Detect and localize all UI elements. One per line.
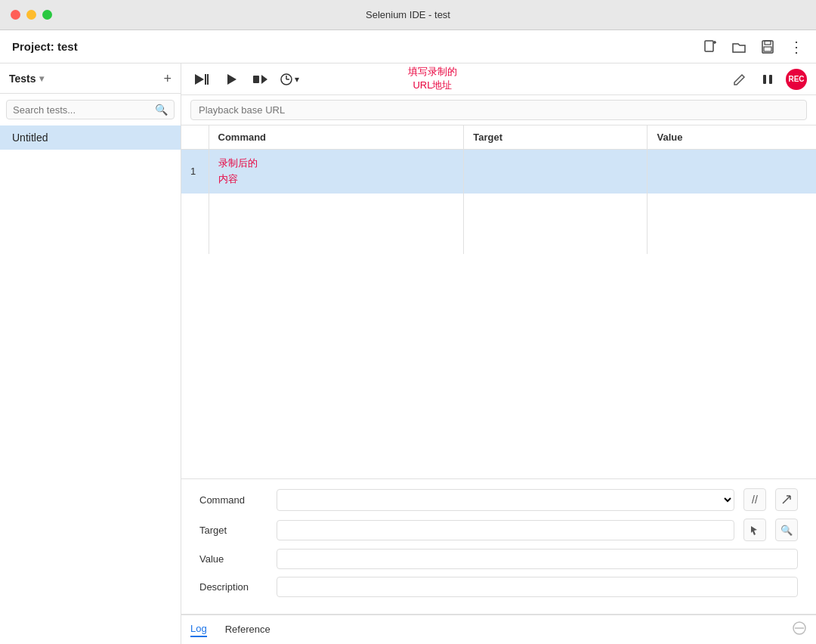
pause-button[interactable] — [759, 70, 777, 88]
step-icon — [252, 73, 267, 85]
sidebar-header: Tests ▾ + — [0, 63, 181, 94]
comment-icon: // — [752, 494, 758, 506]
command-select[interactable] — [277, 489, 734, 511]
run-all-button[interactable] — [190, 70, 213, 89]
value-label: Value — [199, 553, 267, 565]
bottom-right-icon — [792, 621, 807, 639]
search-icon: 🔍 — [155, 104, 168, 116]
speed-button[interactable]: ▾ — [280, 73, 299, 86]
table-row-empty-1 — [181, 194, 816, 224]
command-open-btn[interactable] — [775, 488, 798, 511]
command-label: Command — [199, 494, 267, 506]
command-form: Command // Target — [181, 478, 816, 614]
value-row: Value — [199, 549, 798, 569]
close-button[interactable] — [11, 10, 20, 20]
svg-rect-10 — [253, 76, 259, 83]
titlebar: Selenium IDE - test — [0, 0, 816, 30]
test-item-untitled[interactable]: Untitled — [0, 125, 181, 150]
minimize-button[interactable] — [26, 10, 36, 20]
svg-marker-17 — [751, 526, 757, 535]
record-button[interactable]: REC — [786, 69, 807, 90]
toolbar: 播放按钮 播放速度设置 — [181, 63, 816, 95]
edit-icon — [733, 73, 746, 86]
table-header-row: Command Target Value — [181, 125, 816, 150]
tests-header: Tests ▾ — [9, 73, 44, 85]
window-controls — [11, 10, 52, 20]
edit-button[interactable] — [730, 70, 750, 89]
open-icon — [781, 494, 792, 505]
maximize-button[interactable] — [42, 10, 52, 20]
sidebar: Tests ▾ + 🔍 Untitled 测试用例 — [0, 63, 181, 644]
main-panel: 播放按钮 播放速度设置 — [181, 63, 816, 644]
search-input[interactable] — [13, 104, 155, 116]
tab-reference[interactable]: Reference — [225, 624, 270, 636]
target-select-btn[interactable] — [743, 519, 766, 541]
row-command: 录制后的 内容 — [209, 150, 464, 194]
tests-label: Tests — [9, 73, 36, 85]
more-options-button[interactable]: ⋮ — [789, 39, 804, 54]
topbar-icons: ⋮ — [703, 39, 804, 54]
chevron-down-icon: ▾ — [39, 73, 44, 84]
col-command: Command — [209, 125, 464, 150]
app-container: Project: test — [0, 30, 816, 644]
window-title: Selenium IDE - test — [366, 9, 450, 20]
open-folder-button[interactable] — [731, 39, 746, 54]
command-table: Command Target Value 1 录制后的 内容 — [181, 125, 816, 254]
rec-btn-wrapper: REC 录制按钮 — [786, 69, 807, 90]
speed-dropdown-icon: ▾ — [295, 74, 299, 85]
svg-marker-6 — [195, 74, 204, 85]
search-box: 🔍 — [6, 100, 175, 119]
col-num — [181, 125, 209, 150]
urlbar: 填写录制的 URL地址 — [181, 95, 816, 125]
topbar: Project: test — [0, 30, 816, 63]
description-label: Description — [199, 581, 267, 593]
svg-rect-16 — [769, 75, 772, 84]
target-input[interactable] — [277, 520, 734, 540]
command-table-area: Command Target Value 1 录制后的 内容 — [181, 125, 816, 478]
target-search-btn[interactable]: 🔍 — [775, 519, 798, 541]
col-value: Value — [648, 125, 816, 150]
save-icon — [760, 39, 775, 54]
run-all-icon — [193, 73, 210, 86]
row-value — [648, 150, 816, 194]
step-button[interactable] — [249, 70, 270, 88]
run-icon — [225, 73, 237, 85]
col-target: Target — [464, 125, 648, 150]
save-button[interactable] — [760, 39, 775, 54]
table-row-empty-2 — [181, 224, 816, 254]
row-number: 1 — [181, 150, 209, 194]
table-row[interactable]: 1 录制后的 内容 — [181, 150, 816, 194]
run-button[interactable] — [222, 70, 240, 88]
project-label: Project: test — [12, 40, 78, 53]
row-target — [464, 150, 648, 194]
content-area: Tests ▾ + 🔍 Untitled 测试用例 播放按钮 — [0, 63, 816, 644]
cursor-icon — [750, 525, 760, 535]
description-input[interactable] — [277, 577, 798, 597]
target-label: Target — [199, 525, 267, 536]
no-entry-icon — [792, 621, 807, 636]
more-icon: ⋮ — [789, 39, 804, 54]
add-test-button[interactable]: + — [163, 72, 172, 85]
svg-rect-0 — [705, 41, 713, 51]
command-comment-btn[interactable]: // — [743, 488, 766, 511]
url-input[interactable] — [190, 100, 807, 120]
tab-log[interactable]: Log — [190, 623, 207, 637]
speed-icon — [280, 73, 293, 86]
bottom-bar: Log Reference — [181, 614, 816, 644]
value-input[interactable] — [277, 549, 798, 569]
svg-marker-9 — [227, 74, 236, 85]
new-file-button[interactable] — [703, 39, 718, 54]
annotation-recorded-content: 录制后的 内容 — [218, 157, 258, 184]
open-folder-icon — [731, 39, 746, 54]
new-file-icon — [703, 39, 718, 54]
svg-rect-15 — [763, 75, 766, 84]
svg-marker-11 — [261, 75, 267, 84]
description-row: Description — [199, 577, 798, 597]
pause-icon — [762, 73, 774, 85]
svg-rect-5 — [764, 47, 771, 51]
command-row: Command // — [199, 488, 798, 511]
target-row: Target 🔍 — [199, 519, 798, 541]
sidebar-test-list: Untitled 测试用例 — [0, 125, 181, 150]
search-icon: 🔍 — [780, 525, 793, 536]
